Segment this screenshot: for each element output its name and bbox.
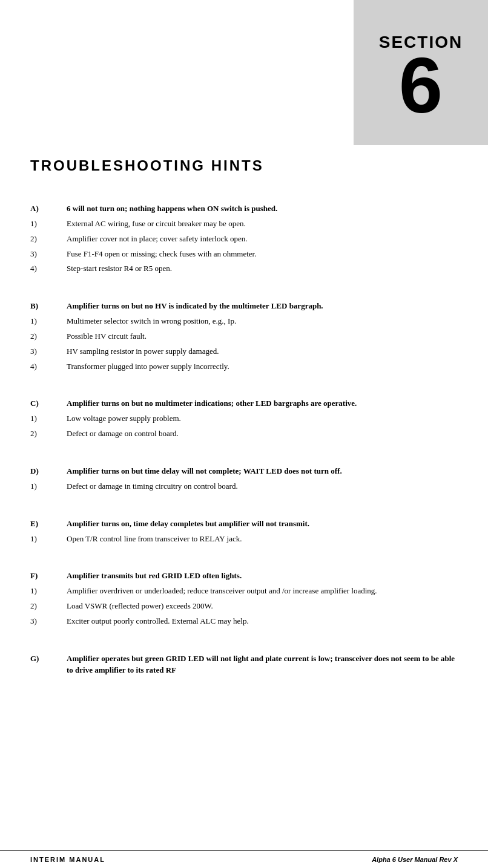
list-item: 1) Multimeter selector switch in wrong p… xyxy=(30,316,458,327)
list-item: 1) Open T/R control line from transceive… xyxy=(30,534,458,545)
item-text: Low voltage power supply problem. xyxy=(67,413,458,425)
footer-left-text: INTERIM MANUAL xyxy=(30,856,105,863)
list-item: 3) HV sampling resistor in power supply … xyxy=(30,346,458,357)
item-heading-e: Amplifier turns on, time delay completes… xyxy=(67,518,458,530)
page-footer: INTERIM MANUAL Alpha 6 User Manual Rev X xyxy=(0,850,488,868)
section-number: 6 xyxy=(399,46,443,125)
item-text: Exciter output poorly controlled. Extern… xyxy=(67,616,458,627)
item-heading-b: Amplifier turns on but no HV is indicate… xyxy=(67,301,458,312)
section-box: Section 6 xyxy=(354,0,488,145)
item-letter-d: D) xyxy=(30,466,67,477)
section-header: Section 6 xyxy=(0,0,488,145)
section-block-g: G) Amplifier operates but green GRID LED… xyxy=(30,653,458,676)
item-num: 1) xyxy=(30,316,67,327)
list-item: D) Amplifier turns on but time delay wil… xyxy=(30,466,458,477)
list-item: 2) Amplifier cover not in place; cover s… xyxy=(30,233,458,245)
list-item: B) Amplifier turns on but no HV is indic… xyxy=(30,301,458,312)
item-text: External AC wiring, fuse or circuit brea… xyxy=(67,218,458,230)
list-item: C) Amplifier turns on but no multimeter … xyxy=(30,398,458,410)
item-num: 4) xyxy=(30,361,67,373)
main-content: TROUBLESHOOTING HINTS A) 6 will not turn… xyxy=(0,145,488,709)
item-num: 1) xyxy=(30,534,67,545)
item-num: 3) xyxy=(30,616,67,627)
item-text: Step-start resistor R4 or R5 open. xyxy=(67,263,458,275)
list-item: A) 6 will not turn on; nothing happens w… xyxy=(30,203,458,215)
list-item: 1) Amplifier overdriven or underloaded; … xyxy=(30,586,458,597)
item-num: 1) xyxy=(30,481,67,492)
item-text: Load VSWR (reflected power) exceeds 200W… xyxy=(67,601,458,612)
list-item: G) Amplifier operates but green GRID LED… xyxy=(30,653,458,676)
item-num: 2) xyxy=(30,428,67,440)
list-item: E) Amplifier turns on, time delay comple… xyxy=(30,518,458,530)
list-item: 4) Step-start resistor R4 or R5 open. xyxy=(30,263,458,275)
section-block-a: A) 6 will not turn on; nothing happens w… xyxy=(30,203,458,275)
item-text: Multimeter selector switch in wrong posi… xyxy=(67,316,458,327)
item-num: 1) xyxy=(30,218,67,230)
item-heading-c: Amplifier turns on but no multimeter ind… xyxy=(67,398,458,410)
list-item: 2) Load VSWR (reflected power) exceeds 2… xyxy=(30,601,458,612)
list-item: 1) External AC wiring, fuse or circuit b… xyxy=(30,218,458,230)
item-heading-f: Amplifier transmits but red GRID LED oft… xyxy=(67,570,458,582)
section-block-b: B) Amplifier turns on but no HV is indic… xyxy=(30,301,458,372)
footer-right-text: Alpha 6 User Manual Rev X xyxy=(372,856,458,863)
item-num: 2) xyxy=(30,601,67,612)
list-item: 3) Exciter output poorly controlled. Ext… xyxy=(30,616,458,627)
item-letter-a: A) xyxy=(30,203,67,215)
item-text: Fuse F1-F4 open or missing; check fuses … xyxy=(67,249,458,260)
list-item: 1) Defect or damage in timing circuitry … xyxy=(30,481,458,492)
item-letter-b: B) xyxy=(30,301,67,312)
item-letter-f: F) xyxy=(30,570,67,582)
section-block-c: C) Amplifier turns on but no multimeter … xyxy=(30,398,458,440)
item-text: Defect or damage on control board. xyxy=(67,428,458,440)
item-num: 2) xyxy=(30,331,67,342)
item-num: 1) xyxy=(30,586,67,597)
item-heading-a: 6 will not turn on; nothing happens when… xyxy=(67,203,458,215)
section-block-f: F) Amplifier transmits but red GRID LED … xyxy=(30,570,458,627)
item-text: Amplifier cover not in place; cover safe… xyxy=(67,233,458,245)
item-num: 4) xyxy=(30,263,67,275)
list-item: F) Amplifier transmits but red GRID LED … xyxy=(30,570,458,582)
section-block-e: E) Amplifier turns on, time delay comple… xyxy=(30,518,458,545)
item-text: HV sampling resistor in power supply dam… xyxy=(67,346,458,357)
list-item: 4) Transformer plugged into power supply… xyxy=(30,361,458,373)
item-text: Open T/R control line from transceiver t… xyxy=(67,534,458,545)
item-heading-g: Amplifier operates but green GRID LED wi… xyxy=(67,653,458,676)
page-title: TROUBLESHOOTING HINTS xyxy=(30,157,458,174)
item-text: Possible HV circuit fault. xyxy=(67,331,458,342)
item-num: 3) xyxy=(30,249,67,260)
item-letter-e: E) xyxy=(30,518,67,530)
item-num: 2) xyxy=(30,233,67,245)
section-block-d: D) Amplifier turns on but time delay wil… xyxy=(30,466,458,492)
item-letter-c: C) xyxy=(30,398,67,410)
item-letter-g: G) xyxy=(30,653,67,676)
list-item: 2) Defect or damage on control board. xyxy=(30,428,458,440)
item-text: Transformer plugged into power supply in… xyxy=(67,361,458,373)
page-container: Section 6 TROUBLESHOOTING HINTS A) 6 wil… xyxy=(0,0,488,868)
item-num: 1) xyxy=(30,413,67,425)
item-text: Amplifier overdriven or underloaded; red… xyxy=(67,586,458,597)
list-item: 2) Possible HV circuit fault. xyxy=(30,331,458,342)
item-text: Defect or damage in timing circuitry on … xyxy=(67,481,458,492)
list-item: 1) Low voltage power supply problem. xyxy=(30,413,458,425)
list-item: 3) Fuse F1-F4 open or missing; check fus… xyxy=(30,249,458,260)
item-heading-d: Amplifier turns on but time delay will n… xyxy=(67,466,458,477)
item-num: 3) xyxy=(30,346,67,357)
